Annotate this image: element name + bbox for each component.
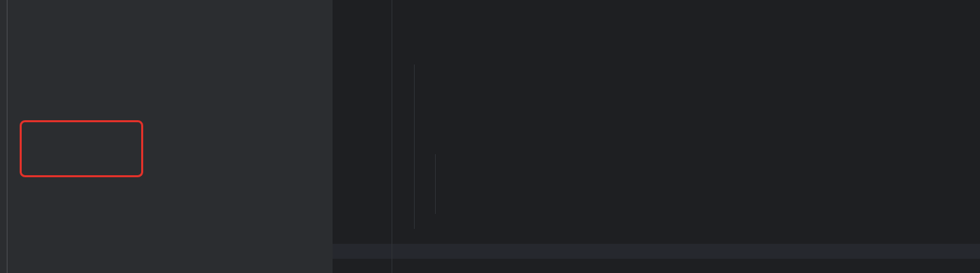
current-line-highlight	[333, 244, 980, 259]
code-editor[interactable]	[333, 0, 980, 273]
indent-guide	[414, 65, 415, 229]
red-annotation-box	[20, 120, 143, 177]
indent-guide	[435, 154, 436, 214]
ide-window	[0, 0, 980, 273]
panel-divider[interactable]	[7, 0, 7, 273]
gutter-separator	[392, 0, 392, 273]
project-tree-panel	[0, 0, 333, 273]
